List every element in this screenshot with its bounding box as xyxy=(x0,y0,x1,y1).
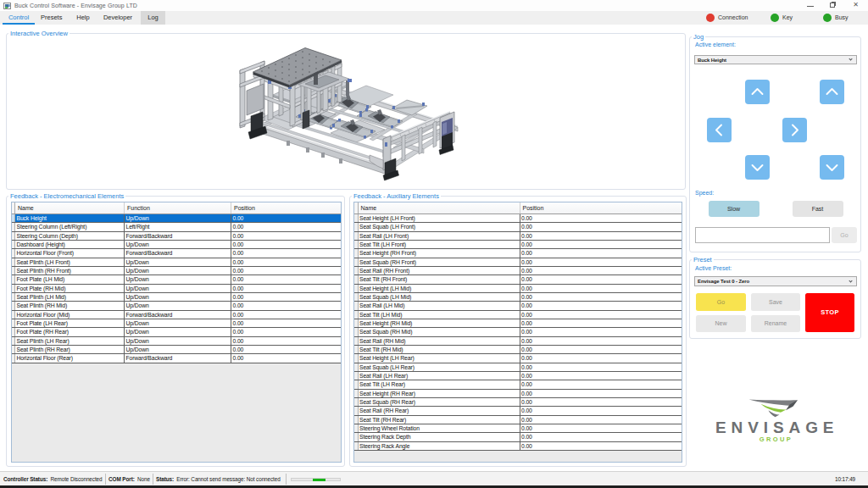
svg-text:ENVISAGE: ENVISAGE xyxy=(715,419,835,436)
svg-text:GROUP: GROUP xyxy=(760,435,793,443)
